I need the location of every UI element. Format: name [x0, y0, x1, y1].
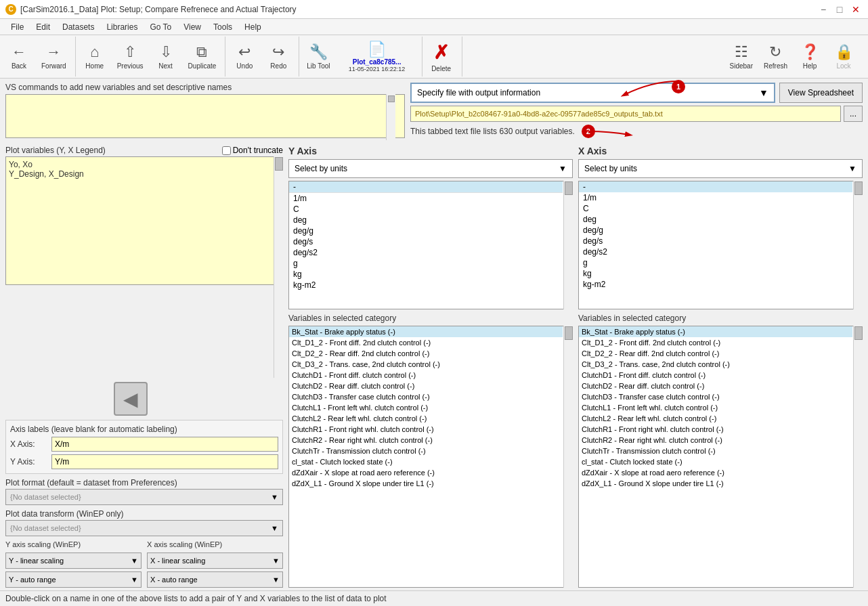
view-spreadsheet-button[interactable]: View Spreadsheet: [779, 83, 863, 103]
y-var-item-1[interactable]: Clt_D1_2 - Front diff. 2nd clutch contro…: [289, 337, 563, 348]
close-button[interactable]: ✕: [849, 3, 863, 16]
y-axis-select-units[interactable]: Select by units ▼: [288, 159, 573, 178]
x-unit-item-dash[interactable]: -: [579, 181, 852, 192]
y-linear-scaling-dropdown[interactable]: Y - linear scaling ▼: [5, 553, 142, 569]
previous-button[interactable]: ⇧ Previous: [112, 38, 148, 76]
duplicate-button[interactable]: ⧉ Duplicate: [183, 38, 221, 76]
menu-edit[interactable]: Edit: [30, 21, 56, 33]
x-var-item-13[interactable]: dZdXair - X slope at road aero reference…: [579, 467, 852, 478]
y-var-item-12[interactable]: cl_stat - Clutch locked state (-): [289, 456, 563, 467]
y-var-item-5[interactable]: ClutchD2 - Rear diff. clutch control (-): [289, 381, 563, 391]
next-button[interactable]: ⇩ Next: [150, 38, 182, 76]
y-unit-item-g[interactable]: g: [289, 258, 563, 269]
x-vars-scrollbar-thumb[interactable]: [854, 326, 863, 340]
x-unit-item-degg[interactable]: deg/g: [579, 225, 852, 236]
plot-format-dropdown[interactable]: {No dataset selected} ▼: [5, 489, 283, 505]
plot-data-transform-dropdown[interactable]: {No dataset selected} ▼: [5, 520, 283, 536]
y-units-scrollbar[interactable]: [563, 181, 573, 309]
x-var-item-3[interactable]: Clt_D3_2 - Trans. case, 2nd clutch contr…: [579, 359, 852, 370]
home-button[interactable]: ⌂ Home: [79, 38, 111, 76]
y-units-scrollbar-thumb[interactable]: [565, 181, 573, 195]
add-variables-button[interactable]: ◀: [114, 382, 148, 416]
x-var-item-12[interactable]: cl_stat - Clutch locked state (-): [579, 456, 852, 467]
y-axis-input[interactable]: [51, 454, 278, 469]
x-units-scrollbar[interactable]: [853, 181, 863, 309]
x-var-item-2[interactable]: Clt_D2_2 - Rear diff. 2nd clutch control…: [579, 348, 852, 359]
minimize-button[interactable]: −: [817, 3, 830, 16]
x-vars-list[interactable]: Bk_Stat - Brake apply status (-) Clt_D1_…: [578, 326, 863, 588]
menu-file[interactable]: File: [5, 21, 29, 33]
x-axis-input[interactable]: [51, 437, 278, 452]
x-unit-item-deg[interactable]: deg: [579, 214, 852, 225]
menu-tools[interactable]: Tools: [208, 21, 238, 33]
x-var-item-7[interactable]: ClutchL1 - Front left whl. clutch contro…: [579, 402, 852, 413]
sidebar-button[interactable]: ☷ Sidebar: [725, 38, 758, 76]
x-unit-item-kgm2[interactable]: kg-m2: [579, 279, 852, 290]
y-var-item-3[interactable]: Clt_D3_2 - Trans. case, 2nd clutch contr…: [289, 359, 563, 370]
y-unit-item-deg[interactable]: deg: [289, 215, 563, 225]
y-var-item-13[interactable]: dZdXair - X slope at road aero reference…: [289, 467, 563, 478]
undo-button[interactable]: ↩ Undo: [228, 38, 261, 76]
refresh-button[interactable]: ↻ Refresh: [759, 38, 792, 76]
x-auto-range-dropdown[interactable]: X - auto range ▼: [147, 571, 283, 588]
x-unit-item-c[interactable]: C: [579, 203, 852, 214]
y-unit-item-kgm2[interactable]: kg-m2: [289, 280, 563, 290]
x-unit-item-kg[interactable]: kg: [579, 268, 852, 279]
y-var-item-8[interactable]: ClutchL2 - Rear left whl. clutch control…: [289, 413, 563, 424]
y-var-item-6[interactable]: ClutchD3 - Transfer case clutch control …: [289, 391, 563, 402]
x-var-item-8[interactable]: ClutchL2 - Rear left whl. clutch control…: [579, 413, 852, 424]
y-unit-item-dash[interactable]: -: [289, 181, 563, 193]
back-button[interactable]: ← Back: [3, 38, 35, 76]
scrollbar-thumb[interactable]: [388, 95, 395, 102]
x-axis-units-list[interactable]: - 1/m C deg deg/g deg/s deg/s2 g kg kg-m…: [578, 181, 863, 309]
y-vars-scrollbar-thumb[interactable]: [565, 326, 573, 340]
y-unit-item-kg[interactable]: kg: [289, 269, 563, 280]
x-unit-item-degs2[interactable]: deg/s2: [579, 246, 852, 257]
x-var-item-6[interactable]: ClutchD3 - Transfer case clutch control …: [579, 391, 852, 402]
dont-truncate-checkbox[interactable]: [222, 146, 231, 155]
plot-vars-scrollbar[interactable]: [274, 156, 283, 378]
x-var-item-10[interactable]: ClutchR2 - Rear right whl. clutch contro…: [579, 435, 852, 446]
y-var-item-7[interactable]: ClutchL1 - Front left whl. clutch contro…: [289, 402, 563, 413]
y-unit-item-c[interactable]: C: [289, 204, 563, 215]
x-unit-item-g[interactable]: g: [579, 257, 852, 268]
maximize-button[interactable]: □: [833, 3, 846, 16]
y-var-item-0[interactable]: Bk_Stat - Brake apply status (-): [289, 326, 563, 337]
y-vars-scrollbar[interactable]: [563, 326, 573, 588]
y-var-item-14[interactable]: dZdX_L1 - Ground X slope under tire L1 (…: [289, 478, 563, 489]
y-unit-item-1m[interactable]: 1/m: [289, 193, 563, 204]
menu-help[interactable]: Help: [239, 21, 267, 33]
browse-button[interactable]: ...: [844, 106, 863, 122]
x-linear-scaling-dropdown[interactable]: X - linear scaling ▼: [147, 553, 283, 569]
y-var-item-2[interactable]: Clt_D2_2 - Rear diff. 2nd clutch control…: [289, 348, 563, 359]
y-vars-list[interactable]: Bk_Stat - Brake apply status (-) Clt_D1_…: [288, 326, 573, 588]
parsfile-area[interactable]: 📄 Plot_ca8c785... 11-05-2021 16:22:12: [337, 38, 418, 75]
menu-libraries[interactable]: Libraries: [101, 21, 143, 33]
y-axis-units-list[interactable]: - 1/m C deg deg/g deg/s deg/s2 g kg kg-m…: [288, 181, 573, 309]
menu-view[interactable]: View: [178, 21, 207, 33]
y-unit-item-degs[interactable]: deg/s: [289, 236, 563, 247]
libtool-button[interactable]: 🔧 Lib Tool: [302, 38, 334, 76]
x-units-scrollbar-thumb[interactable]: [854, 181, 863, 195]
x-var-item-4[interactable]: ClutchD1 - Front diff. clutch control (-…: [579, 370, 852, 381]
y-var-item-9[interactable]: ClutchR1 - Front right whl. clutch contr…: [289, 424, 563, 435]
x-axis-select-units[interactable]: Select by units ▼: [578, 159, 863, 178]
x-vars-scrollbar[interactable]: [853, 326, 863, 588]
x-unit-item-1m[interactable]: 1/m: [579, 192, 852, 203]
delete-button[interactable]: ✗ Delete: [425, 38, 458, 76]
menu-datasets[interactable]: Datasets: [57, 21, 100, 33]
plot-vars-scrollbar-thumb[interactable]: [275, 157, 283, 171]
y-var-item-11[interactable]: ClutchTr - Transmission clutch control (…: [289, 446, 563, 456]
x-var-item-5[interactable]: ClutchD2 - Rear diff. clutch control (-): [579, 381, 852, 391]
y-unit-item-degs2[interactable]: deg/s2: [289, 247, 563, 258]
y-var-item-4[interactable]: ClutchD1 - Front diff. clutch control (-…: [289, 370, 563, 381]
y-var-item-10[interactable]: ClutchR2 - Rear right whl. clutch contro…: [289, 435, 563, 446]
vs-commands-input[interactable]: [5, 94, 405, 138]
y-unit-item-degg[interactable]: deg/g: [289, 225, 563, 236]
x-var-item-1[interactable]: Clt_D1_2 - Front diff. 2nd clutch contro…: [579, 337, 852, 348]
x-unit-item-degs[interactable]: deg/s: [579, 236, 852, 246]
plot-variables-list[interactable]: Yo, Xo Y_Design, X_Design: [5, 156, 283, 285]
x-var-item-11[interactable]: ClutchTr - Transmission clutch control (…: [579, 446, 852, 456]
x-var-item-0[interactable]: Bk_Stat - Brake apply status (-): [579, 326, 852, 337]
lock-button[interactable]: 🔒 Lock: [827, 38, 860, 76]
